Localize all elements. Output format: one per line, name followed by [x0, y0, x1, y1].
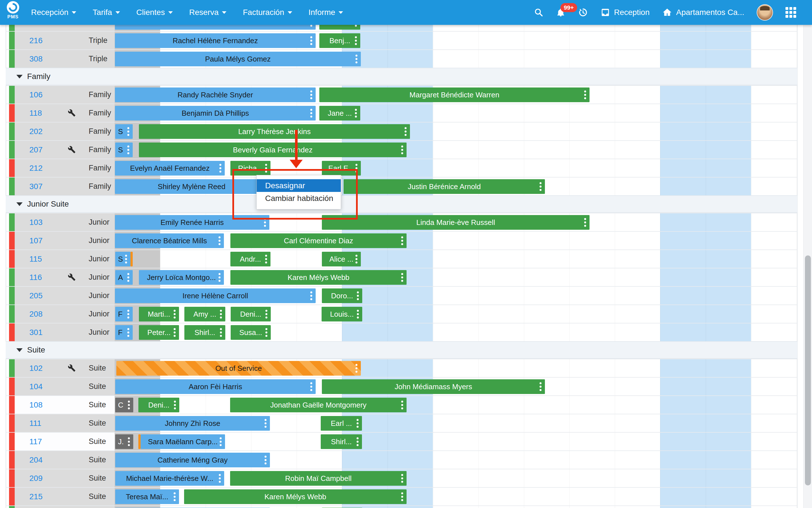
kebab-menu-icon[interactable]	[310, 91, 312, 99]
reservation-bar[interactable]: Justin Bérénice Arnold	[343, 179, 545, 194]
reservation-bar[interactable]: Deni...	[231, 307, 271, 322]
room-number[interactable]: 118	[29, 104, 42, 122]
room-number[interactable]: 117	[29, 433, 42, 451]
notifications-bell-icon[interactable]: 99+	[556, 8, 566, 17]
reservation-bar[interactable]: Doro...	[322, 288, 362, 303]
reservation-bar[interactable]: Shirl...	[185, 325, 225, 340]
reservation-bar[interactable]: Carl Clémentine Diaz	[230, 234, 407, 248]
kebab-menu-icon[interactable]	[265, 255, 267, 264]
kebab-menu-icon[interactable]	[127, 328, 129, 337]
history-icon[interactable]	[578, 7, 588, 17]
kebab-menu-icon[interactable]	[355, 109, 357, 118]
kebab-menu-icon[interactable]	[218, 273, 220, 282]
room-number[interactable]: 116	[29, 268, 42, 286]
kebab-menu-icon[interactable]	[219, 474, 221, 483]
kebab-menu-icon[interactable]	[357, 292, 359, 300]
room-number[interactable]: 103	[29, 213, 43, 231]
reservation-bar[interactable]: Shirl...	[321, 434, 362, 449]
menu-facturacion[interactable]: Facturación	[243, 8, 292, 17]
menu-tarifa[interactable]: Tarifa	[93, 8, 120, 17]
reservation-bar[interactable]: Jonathan Gaëlle Montgomery	[230, 398, 407, 412]
reception-link[interactable]: Reception	[601, 8, 650, 17]
reservation-bar[interactable]: F	[115, 325, 133, 340]
reservation-bar[interactable]: Karen Mélys Webb	[230, 270, 407, 285]
kebab-menu-icon[interactable]	[219, 164, 221, 173]
reservation-bar[interactable]: Beverly Gaïa Fernandez	[139, 142, 407, 157]
kebab-menu-icon[interactable]	[128, 437, 130, 446]
kebab-menu-icon[interactable]	[401, 273, 403, 282]
room-number[interactable]: 209	[29, 469, 43, 487]
kebab-menu-icon[interactable]	[174, 493, 176, 501]
reservation-bar[interactable]: Richa...	[230, 161, 271, 175]
reservation-bar[interactable]: Johnny Zhì Rose	[115, 416, 270, 431]
reservation-bar[interactable]: Michael Marie-thérèse W...	[115, 471, 224, 486]
reservation-bar[interactable]: Peter...	[139, 325, 179, 340]
reservation-bar[interactable]: Karen Mélys Webb	[184, 490, 407, 504]
kebab-menu-icon[interactable]	[127, 310, 129, 319]
kebab-menu-icon[interactable]	[539, 182, 541, 191]
room-number[interactable]: 301	[29, 324, 43, 341]
kebab-menu-icon[interactable]	[220, 310, 222, 319]
kebab-menu-icon[interactable]	[357, 419, 359, 428]
reservation-bar[interactable]: J.	[115, 434, 133, 449]
kebab-menu-icon[interactable]	[355, 36, 357, 45]
reservation-bar[interactable]: A	[115, 270, 133, 285]
collapse-triangle-icon[interactable]	[16, 75, 23, 79]
room-number[interactable]: 108	[29, 396, 43, 414]
reservation-bar[interactable]: Benjamin Dà Phillips	[115, 106, 316, 121]
kebab-menu-icon[interactable]	[401, 401, 403, 410]
kebab-menu-icon[interactable]	[128, 401, 130, 410]
kebab-menu-icon[interactable]	[265, 456, 267, 465]
context-menu-item-cambiar-habitacion[interactable]: Cambiar habitación	[257, 192, 341, 205]
room-number[interactable]: 111	[29, 414, 41, 432]
reservation-bar[interactable]: Linda Marie-ève Russell	[322, 215, 590, 230]
kebab-menu-icon[interactable]	[401, 237, 403, 245]
reservation-bar[interactable]: S	[115, 252, 130, 266]
kebab-menu-icon[interactable]	[356, 364, 358, 373]
room-number[interactable]: 307	[29, 177, 43, 195]
room-number[interactable]: 207	[29, 141, 43, 159]
kebab-menu-icon[interactable]	[401, 474, 403, 483]
kebab-menu-icon[interactable]	[174, 401, 176, 410]
kebab-menu-icon[interactable]	[127, 273, 129, 282]
reservation-bar[interactable]: Andr...	[230, 252, 271, 266]
kebab-menu-icon[interactable]	[310, 382, 312, 391]
kebab-menu-icon[interactable]	[357, 437, 359, 446]
kebab-menu-icon[interactable]	[356, 55, 358, 64]
reservation-bar[interactable]: Earl E...	[322, 161, 361, 175]
reservation-bar[interactable]: Margaret Bénédicte Warren	[319, 87, 590, 102]
reservation-bar[interactable]: Evelyn Anaël Fernandez	[115, 161, 225, 175]
menu-recepcion[interactable]: Recepción	[31, 8, 76, 17]
room-number[interactable]: 115	[29, 250, 42, 268]
kebab-menu-icon[interactable]	[174, 328, 176, 337]
search-icon[interactable]	[534, 8, 543, 17]
reservation-bar[interactable]: Emily Renée Harris	[115, 215, 269, 230]
kebab-menu-icon[interactable]	[127, 145, 129, 154]
reservation-bar[interactable]: Shirley Mylène Reed	[115, 179, 268, 194]
kebab-menu-icon[interactable]	[218, 237, 220, 245]
pms-logo[interactable]: PMS	[4, 1, 22, 20]
kebab-menu-icon[interactable]	[310, 292, 312, 300]
room-number[interactable]: 208	[29, 305, 43, 323]
property-link[interactable]: Apartamentos Ca...	[662, 7, 744, 17]
kebab-menu-icon[interactable]	[265, 419, 267, 428]
reservation-bar[interactable]: Teresa Maï...	[115, 490, 179, 504]
kebab-menu-icon[interactable]	[356, 164, 358, 173]
kebab-menu-icon[interactable]	[220, 437, 221, 446]
kebab-menu-icon[interactable]	[125, 255, 127, 264]
reservation-bar[interactable]: Deni...	[138, 398, 179, 412]
menu-informe[interactable]: Informe	[309, 8, 343, 17]
out-of-service-bar[interactable]: Out of Service	[116, 361, 361, 376]
apps-grid-icon[interactable]	[785, 7, 796, 18]
reservation-bar[interactable]: Rachel Hélène Fernandez	[115, 33, 316, 48]
context-menu-item-desasignar[interactable]: Desasignar	[257, 179, 341, 192]
kebab-menu-icon[interactable]	[357, 310, 359, 319]
kebab-menu-icon[interactable]	[584, 218, 586, 227]
reservation-bar[interactable]: S	[115, 142, 133, 157]
reservation-bar[interactable]: Marti...	[139, 307, 179, 322]
reservation-bar[interactable]: Larry Thérèse Jenkins	[139, 124, 410, 139]
reservation-bar[interactable]: Paula Mélys Gomez	[115, 52, 361, 66]
kebab-menu-icon[interactable]	[539, 382, 541, 391]
room-number[interactable]: 107	[29, 232, 43, 250]
menu-reserva[interactable]: Reserva	[189, 8, 227, 17]
